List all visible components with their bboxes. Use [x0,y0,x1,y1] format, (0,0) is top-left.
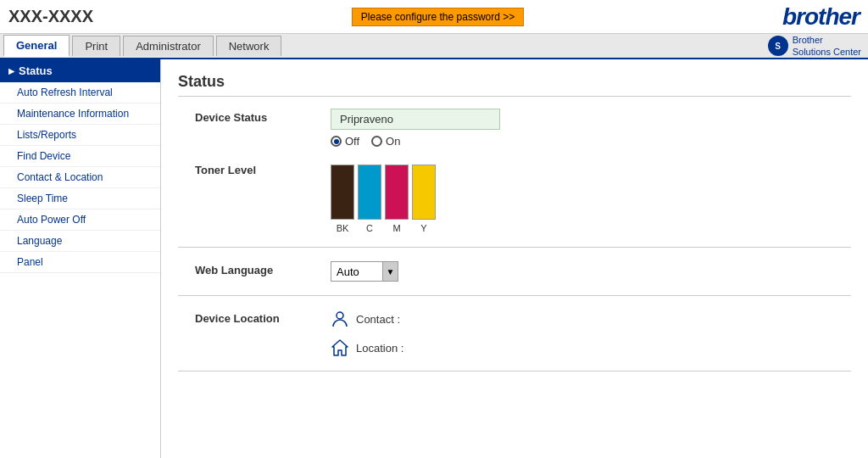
refresh-radio-group: Off On [331,135,851,148]
sidebar-item-contact-location[interactable]: Contact & Location [0,167,160,188]
tab-administrator[interactable]: Administrator [123,36,214,56]
web-language-select[interactable]: Auto ▼ [331,261,398,282]
device-title: XXX-XXXX [8,7,93,26]
device-location-value: Contact : Location : [331,310,851,357]
device-location-label: Device Location [195,310,331,325]
location-row: Contact : Location : [331,310,851,357]
status-box: Pripraveno [331,109,500,130]
toner-bar-bk [331,165,354,220]
device-status-label: Device Status [195,109,331,124]
sidebar-item-lists-reports[interactable]: Lists/Reports [0,125,160,146]
tab-network[interactable]: Network [216,36,282,56]
toner-y: Y [412,165,436,233]
toner-label-bk: BK [337,223,349,233]
radio-on-dot[interactable] [371,136,382,147]
toner-level-row: Toner Level BK C M [178,161,851,233]
radio-off-label: Off [345,135,359,148]
device-status-value: Pripraveno Off On [331,109,851,148]
sidebar-item-maintenance-information[interactable]: Maintenance Information [0,103,160,125]
toner-group: BK C M Y [331,165,851,233]
sidebar-item-language[interactable]: Language [0,231,160,252]
toner-label-c: C [366,223,373,233]
sidebar-item-auto-power-off[interactable]: Auto Power Off [0,209,160,231]
divider-3 [178,371,851,371]
device-status-row: Device Status Pripraveno Off On [178,109,851,148]
sidebar-item-sleep-time[interactable]: Sleep Time [0,188,160,209]
password-banner[interactable]: Please configure the password >> [352,8,524,26]
svg-marker-1 [332,340,348,355]
svg-point-0 [337,312,343,319]
radio-on-label: On [386,135,400,148]
radio-off[interactable]: Off [331,135,359,148]
toner-m: M [385,165,409,233]
toner-bar-c [358,165,381,220]
sidebar: Status Auto Refresh Interval Maintenance… [0,59,161,458]
location-item: Location : [331,338,851,357]
toner-label-y: Y [420,223,426,233]
web-language-option: Auto [331,264,382,280]
device-location-row: Device Location Contact : [178,310,851,357]
tab-print[interactable]: Print [72,36,120,56]
content-area: Status Device Status Pripraveno Off On [161,59,868,458]
location-label: Location : [356,342,403,355]
contact-label: Contact : [356,313,400,326]
contact-item: Contact : [331,310,851,328]
contact-icon [331,310,349,328]
bsc-icon: S [768,36,788,56]
web-language-value: Auto ▼ [331,261,851,282]
sidebar-status-header[interactable]: Status [0,59,160,82]
web-language-row: Web Language Auto ▼ [178,261,851,282]
toner-bar-m [385,165,409,220]
toner-label-m: M [392,223,400,233]
dropdown-arrow-icon[interactable]: ▼ [382,262,398,281]
sidebar-item-panel[interactable]: Panel [0,252,160,273]
bsc-link[interactable]: S BrotherSolutions Center [768,34,868,59]
toner-level-value: BK C M Y [331,161,851,233]
radio-off-dot[interactable] [331,136,342,147]
bsc-label: BrotherSolutions Center [793,34,861,59]
sidebar-item-find-device[interactable]: Find Device [0,146,160,167]
radio-on[interactable]: On [371,135,400,148]
toner-bar-y [412,165,436,220]
divider-2 [178,295,851,296]
tabs-bar: General Print Administrator Network S Br… [0,34,868,59]
toner-level-label: Toner Level [195,161,331,176]
page-title: Status [178,73,851,97]
home-icon [331,338,349,357]
tab-general[interactable]: General [3,35,70,57]
toner-bk: BK [331,165,354,233]
divider-1 [178,247,851,248]
toner-c: C [358,165,381,233]
web-language-label: Web Language [195,261,331,276]
brother-logo: brother [782,3,860,31]
sidebar-item-auto-refresh-interval[interactable]: Auto Refresh Interval [0,82,160,103]
